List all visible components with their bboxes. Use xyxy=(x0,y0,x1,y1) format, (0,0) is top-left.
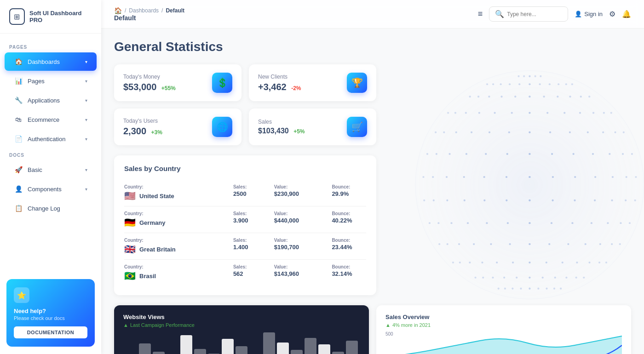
svg-point-291 xyxy=(509,83,511,85)
stat-icon-money: 💲 xyxy=(212,73,232,93)
bell-icon[interactable]: 🔔 xyxy=(622,10,631,18)
svg-point-12 xyxy=(546,288,547,290)
svg-point-213 xyxy=(443,131,445,133)
bar-chart-bar xyxy=(236,346,247,354)
svg-point-185 xyxy=(426,153,428,155)
svg-point-91 xyxy=(611,243,613,245)
svg-point-151 xyxy=(529,176,530,178)
svg-point-179 xyxy=(506,153,508,155)
svg-point-60 xyxy=(588,262,590,263)
stat-card-clients: New Clients +3,462 -2% 🏆 xyxy=(249,64,376,101)
svg-point-229 xyxy=(569,131,571,133)
svg-point-280 xyxy=(543,96,545,97)
svg-point-256 xyxy=(564,112,565,114)
breadcrumb-current: Default xyxy=(166,7,184,14)
sidebar-item-ecommerce[interactable]: 🛍 Ecommerce ▾ xyxy=(5,110,97,129)
svg-point-97 xyxy=(529,222,530,224)
bar-chart-bar xyxy=(318,344,330,354)
docs-section-label: Docs xyxy=(0,149,101,160)
svg-point-198 xyxy=(631,153,633,155)
svg-point-203 xyxy=(551,153,553,155)
svg-point-36 xyxy=(583,277,585,279)
svg-point-313 xyxy=(540,75,541,77)
stat-icon-clients: 🏆 xyxy=(347,73,367,93)
stat-icon-users: 🌐 xyxy=(212,117,232,137)
svg-point-241 xyxy=(465,112,467,114)
svg-point-79 xyxy=(458,243,460,245)
sidebar-item-label: Dashboards xyxy=(28,58,60,65)
svg-point-108 xyxy=(486,222,488,224)
sidebar-item-pages[interactable]: 📊 Pages ▾ xyxy=(5,72,97,90)
svg-point-240 xyxy=(454,112,456,114)
svg-point-101 xyxy=(450,222,452,224)
svg-point-295 xyxy=(549,83,551,85)
svg-point-315 xyxy=(529,75,530,77)
svg-point-72 xyxy=(490,243,492,245)
svg-point-209 xyxy=(455,131,457,133)
search-box[interactable]: 🔍 xyxy=(489,6,568,22)
svg-point-307 xyxy=(518,75,519,77)
sign-in-button[interactable]: 👤 Sign in xyxy=(575,11,603,17)
search-input[interactable] xyxy=(507,11,562,17)
svg-point-83 xyxy=(529,243,530,245)
stat-change-clients: -2% xyxy=(291,85,301,91)
sidebar-item-changelog[interactable]: 📋 Change Log xyxy=(5,199,97,217)
svg-point-11 xyxy=(537,288,539,290)
svg-point-25 xyxy=(474,277,476,279)
svg-point-274 xyxy=(580,96,582,97)
sidebar-item-applications[interactable]: 🔧 Applications ▾ xyxy=(5,91,97,109)
hamburger-icon[interactable]: ≡ xyxy=(478,9,483,19)
documentation-button[interactable]: DOCUMENTATION xyxy=(14,326,87,338)
stat-value-row-sales: $103,430 +5% xyxy=(258,127,305,135)
svg-point-178 xyxy=(529,153,530,155)
svg-point-20 xyxy=(529,277,530,279)
stat-card-money: Today's Money $53,000 +55% 💲 xyxy=(114,64,242,101)
svg-point-263 xyxy=(477,96,479,97)
svg-point-207 xyxy=(489,131,490,133)
svg-point-98 xyxy=(507,222,509,224)
svg-point-259 xyxy=(529,96,530,97)
svg-point-214 xyxy=(455,131,457,133)
svg-point-134 xyxy=(464,200,466,201)
sidebar-item-authentication[interactable]: 📄 Authentication ▾ xyxy=(5,130,97,148)
svg-point-67 xyxy=(562,262,564,263)
svg-point-223 xyxy=(614,131,616,133)
svg-point-113 xyxy=(591,222,592,224)
stat-value-sales: $103,430 xyxy=(258,127,289,135)
svg-point-191 xyxy=(529,153,530,155)
sidebar-item-label: Ecommerce xyxy=(28,116,59,123)
svg-point-13 xyxy=(553,288,555,290)
svg-point-286 xyxy=(492,83,494,85)
svg-point-153 xyxy=(483,176,485,178)
svg-point-238 xyxy=(447,112,449,114)
svg-point-161 xyxy=(463,176,465,178)
svg-point-88 xyxy=(611,243,613,245)
svg-point-92 xyxy=(599,243,601,245)
svg-point-116 xyxy=(629,222,631,224)
sidebar-item-basic[interactable]: 🚀 Basic ▾ xyxy=(5,160,97,179)
pages-icon: 📊 xyxy=(14,76,23,86)
settings-icon[interactable]: ⚙ xyxy=(609,10,615,18)
breadcrumb-dashboards[interactable]: Dashboards xyxy=(129,7,159,14)
sidebar-item-components[interactable]: 👤 Components ▾ xyxy=(5,180,97,198)
svg-point-77 xyxy=(438,243,440,245)
svg-point-266 xyxy=(477,96,479,97)
svg-point-239 xyxy=(447,112,449,114)
svg-point-47 xyxy=(469,262,471,263)
sidebar-item-dashboards[interactable]: 🏠 Dashboards ▾ xyxy=(5,52,97,71)
stat-value-clients: +3,462 xyxy=(258,82,287,92)
svg-point-132 xyxy=(433,200,435,201)
svg-point-57 xyxy=(546,262,547,263)
svg-point-121 xyxy=(571,222,573,224)
svg-point-220 xyxy=(569,131,571,133)
stats-grid: Today's Money $53,000 +55% 💲 New Clients… xyxy=(114,64,376,145)
svg-point-39 xyxy=(565,277,567,279)
svg-point-3 xyxy=(512,288,513,290)
svg-point-22 xyxy=(503,277,505,279)
svg-point-0 xyxy=(415,70,644,299)
breadcrumb-sep2: / xyxy=(161,7,163,14)
svg-point-269 xyxy=(514,96,516,97)
svg-point-293 xyxy=(529,83,530,85)
svg-point-80 xyxy=(473,243,475,245)
svg-point-14 xyxy=(560,288,562,290)
